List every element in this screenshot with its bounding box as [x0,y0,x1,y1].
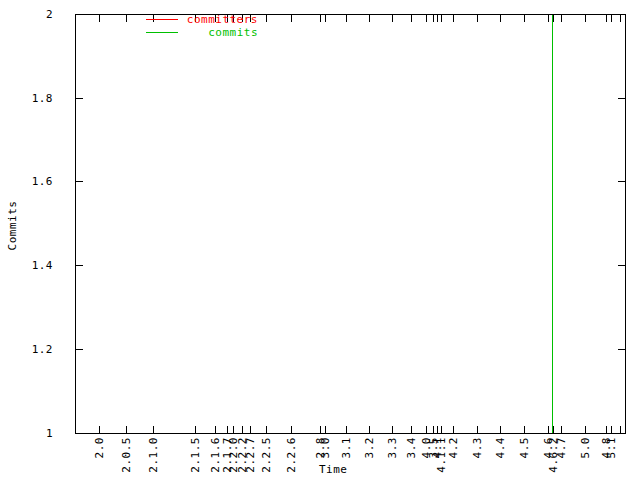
x-tick-mirror [346,15,347,22]
x-tick-mirror [477,15,478,22]
y-tick-label: 1.8 [0,92,53,105]
x-tick-label-text: 3.4 [405,437,418,458]
x-tick-label-text: 3.2 [363,437,376,458]
x-tick [369,426,370,433]
x-tick [500,426,501,433]
x-tick-mirror [320,15,321,22]
x-tick [441,426,442,433]
x-tick-label-text: 2.0.5 [120,437,133,473]
x-tick-mirror [437,15,438,22]
x-tick [215,426,216,433]
x-axis-title: Time [319,463,348,476]
x-tick [99,426,100,433]
x-tick-mirror [606,15,607,22]
x-tick-mirror [585,15,586,22]
x-tick-mirror [291,15,292,22]
x-tick [524,426,525,433]
x-tick-mirror [325,15,326,22]
y-axis-title: Commits [6,196,19,256]
x-tick-label-text: 4.3 [471,437,484,458]
x-tick-mirror [266,15,267,22]
x-tick [411,426,412,433]
x-tick [325,426,326,433]
x-tick-mirror [392,15,393,22]
x-tick [242,426,243,433]
x-tick-label-text: 4.7 [555,437,568,458]
x-tick [233,426,234,433]
x-tick-mirror [524,15,525,22]
x-tick [320,426,321,433]
x-tick-mirror [500,15,501,22]
x-tick-label-text: 2.1.5 [189,437,202,473]
y-tick [76,265,83,266]
y-tick-mirror [618,181,625,182]
x-tick-mirror [441,15,442,22]
x-tick-mirror [611,15,612,22]
x-tick [426,426,427,433]
x-tick-mirror [433,15,434,22]
y-tick [76,433,83,434]
x-tick [585,426,586,433]
x-tick-label-text: 4.4 [494,437,507,458]
x-tick-label-text: 2.2.7 [244,437,257,473]
y-tick-label: 1.2 [0,343,53,356]
x-tick-mirror [411,15,412,22]
x-tick-label-text: 2.1.0 [147,437,160,473]
x-tick [477,426,478,433]
y-tick-label: 1.4 [0,259,53,272]
legend-line-commits-icon [146,32,178,33]
y-tick-mirror [618,433,625,434]
x-tick [291,426,292,433]
y-tick-label: 2 [0,8,53,21]
y-tick [76,98,83,99]
y-tick-mirror [618,14,625,15]
y-tick [76,349,83,350]
x-tick-mirror [548,15,549,22]
x-tick [606,426,607,433]
y-tick-mirror [618,98,625,99]
x-tick-mirror [553,15,554,22]
x-tick [392,426,393,433]
x-tick-mirror [561,15,562,22]
x-tick-mirror [369,15,370,22]
x-tick [126,426,127,433]
x-tick-label-text: 3.3 [386,437,399,458]
legend-row-commits: commits [58,26,178,38]
x-tick-mirror [426,15,427,22]
y-tick-mirror [618,349,625,350]
x-tick [553,426,554,433]
x-tick-label-text: 4.5 [518,437,531,458]
y-tick [76,181,83,182]
x-tick [346,426,347,433]
legend-row-committers: committers [58,13,178,25]
plot-border [75,14,626,434]
x-tick [195,426,196,433]
x-tick [611,426,612,433]
x-tick [266,426,267,433]
x-tick [437,426,438,433]
x-tick-mirror [453,15,454,22]
x-tick [433,426,434,433]
x-tick-label-text: 3.1 [340,437,353,458]
x-tick-label-text: 5.1 [605,437,618,458]
x-tick-label-text: 4.2 [447,437,460,458]
chart: 2.02.0.52.1.02.1.52.1.62.1.72.2.02.2.22.… [0,0,640,480]
x-tick [250,426,251,433]
legend-label-committers: committers [187,13,258,26]
legend-line-committers-icon [146,19,178,20]
x-tick-label-text: 5.0 [579,437,592,458]
commits-spike-line [552,15,553,433]
x-tick [153,426,154,433]
x-tick [561,426,562,433]
x-tick-label-text: 2.2.5 [260,437,273,473]
y-tick-mirror [618,265,625,266]
x-tick-mirror [620,15,621,22]
y-tick-label: 1.6 [0,175,53,188]
x-tick [620,426,621,433]
x-tick-label-text: 3.0 [319,437,332,458]
x-tick [453,426,454,433]
y-tick-label: 1 [0,427,53,440]
x-tick [548,426,549,433]
legend-label-commits: commits [208,26,258,39]
x-tick-label-text: 2.0 [93,437,106,458]
